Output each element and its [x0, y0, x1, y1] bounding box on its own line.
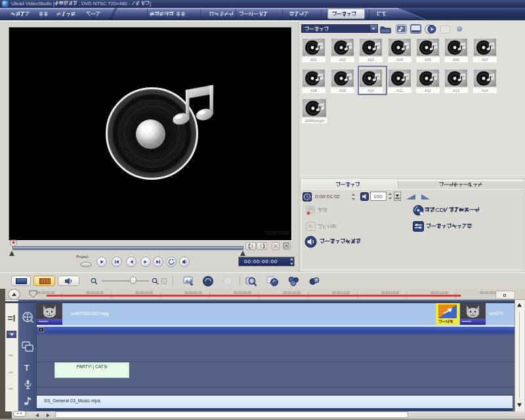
svg-text:D: D — [440, 207, 444, 213]
